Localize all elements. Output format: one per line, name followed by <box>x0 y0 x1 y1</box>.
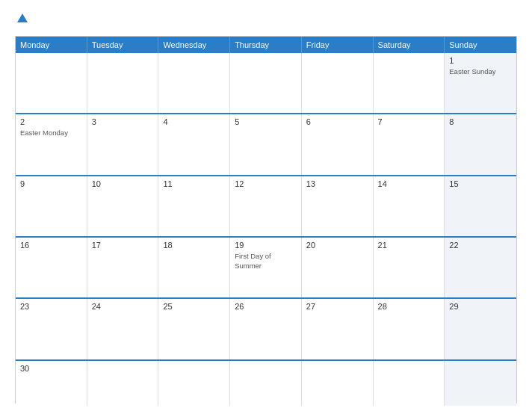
calendar-week-4: 16171819First Day of Summer202122 <box>16 236 516 297</box>
calendar-cell: 19First Day of Summer <box>230 238 302 297</box>
day-number: 10 <box>92 179 154 188</box>
calendar-cell: 20 <box>302 238 374 297</box>
calendar-cell <box>87 361 159 406</box>
day-number: 20 <box>306 241 368 250</box>
calendar-cell: 30 <box>16 361 87 406</box>
day-number: 26 <box>235 302 297 311</box>
calendar-cell <box>302 53 374 113</box>
calendar-cell <box>87 53 159 113</box>
day-event: Easter Monday <box>20 129 68 137</box>
calendar-cell: 17 <box>87 238 159 297</box>
page-header <box>15 13 517 25</box>
calendar-cell: 21 <box>374 238 445 297</box>
calendar-cell: 15 <box>445 176 516 236</box>
calendar-week-3: 9101112131415 <box>16 175 516 236</box>
calendar-cell: 23 <box>16 299 87 359</box>
calendar-cell: 18 <box>158 238 230 297</box>
day-number: 30 <box>20 364 82 373</box>
day-number: 28 <box>378 302 440 311</box>
calendar-cell: 12 <box>230 176 302 236</box>
calendar-cell <box>16 53 87 113</box>
calendar-cell: 14 <box>374 176 445 236</box>
calendar-cell: 24 <box>87 299 159 359</box>
calendar-cell <box>445 361 516 406</box>
calendar-cell <box>374 361 445 406</box>
day-number: 1 <box>449 56 512 65</box>
calendar-cell: 2Easter Monday <box>16 114 87 174</box>
day-number: 2 <box>20 117 82 126</box>
calendar-cell: 1Easter Sunday <box>445 53 516 113</box>
day-number: 17 <box>92 241 154 250</box>
calendar-cell: 3 <box>87 114 159 174</box>
calendar-cell: 27 <box>302 299 374 359</box>
calendar-cell: 9 <box>16 176 87 236</box>
calendar-cell: 28 <box>374 299 445 359</box>
calendar-body: 1Easter Sunday2Easter Monday345678910111… <box>16 53 516 403</box>
day-number: 18 <box>163 241 225 250</box>
calendar-page: MondayTuesdayWednesdayThursdayFridaySatu… <box>0 0 532 411</box>
calendar-cell <box>158 361 230 406</box>
day-number: 21 <box>378 241 440 250</box>
day-number: 23 <box>20 302 82 311</box>
calendar-cell: 26 <box>230 299 302 359</box>
calendar-cell: 11 <box>158 176 230 236</box>
calendar-cell: 22 <box>445 238 516 297</box>
calendar-week-1: 1Easter Sunday <box>16 53 516 113</box>
day-number: 29 <box>449 302 512 311</box>
calendar-week-2: 2Easter Monday345678 <box>16 113 516 174</box>
day-number: 14 <box>378 179 440 188</box>
calendar-cell: 7 <box>374 114 445 174</box>
calendar-cell <box>230 53 302 113</box>
calendar-cell: 13 <box>302 176 374 236</box>
calendar-cell: 16 <box>16 238 87 297</box>
day-number: 3 <box>92 117 154 126</box>
calendar-cell <box>302 361 374 406</box>
day-header-wednesday: Wednesday <box>158 37 230 53</box>
day-header-saturday: Saturday <box>374 37 445 53</box>
day-number: 12 <box>235 179 297 188</box>
logo <box>15 13 29 25</box>
day-event: First Day of Summer <box>235 252 271 270</box>
calendar-grid: MondayTuesdayWednesdayThursdayFridaySatu… <box>15 36 517 404</box>
calendar-cell: 6 <box>302 114 374 174</box>
day-number: 5 <box>235 117 297 126</box>
calendar-cell <box>230 361 302 406</box>
logo-icon <box>16 12 29 25</box>
day-header-sunday: Sunday <box>445 37 516 53</box>
day-number: 15 <box>449 179 512 188</box>
day-number: 24 <box>92 302 154 311</box>
calendar-cell: 25 <box>158 299 230 359</box>
calendar-cell: 29 <box>445 299 516 359</box>
day-number: 13 <box>306 179 368 188</box>
day-number: 16 <box>20 241 82 250</box>
svg-marker-0 <box>17 13 28 22</box>
day-number: 6 <box>306 117 368 126</box>
day-number: 4 <box>163 117 225 126</box>
calendar-week-6: 30 <box>16 359 516 403</box>
day-number: 11 <box>163 179 225 188</box>
calendar-cell: 4 <box>158 114 230 174</box>
day-number: 25 <box>163 302 225 311</box>
calendar-cell: 10 <box>87 176 159 236</box>
day-number: 19 <box>235 241 297 250</box>
calendar-cell: 8 <box>445 114 516 174</box>
day-event: Easter Sunday <box>449 67 495 75</box>
day-header-friday: Friday <box>302 37 374 53</box>
calendar-header: MondayTuesdayWednesdayThursdayFridaySatu… <box>16 37 516 53</box>
calendar-cell: 5 <box>230 114 302 174</box>
day-number: 8 <box>449 117 512 126</box>
day-number: 27 <box>306 302 368 311</box>
calendar-week-5: 23242526272829 <box>16 297 516 359</box>
calendar-cell <box>374 53 445 113</box>
day-header-monday: Monday <box>16 37 87 53</box>
day-number: 9 <box>20 179 82 188</box>
day-number: 7 <box>378 117 440 126</box>
calendar-cell <box>158 53 230 113</box>
day-header-thursday: Thursday <box>230 37 302 53</box>
day-header-tuesday: Tuesday <box>87 37 159 53</box>
day-number: 22 <box>449 241 512 250</box>
